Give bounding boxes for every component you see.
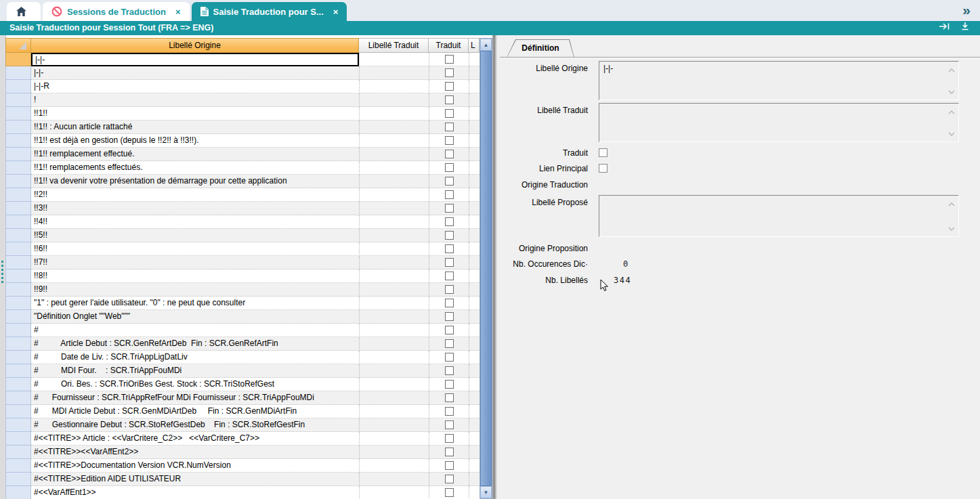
cell-traduit[interactable]	[429, 202, 469, 215]
cell-libelle-traduit[interactable]	[359, 134, 429, 148]
cell-l[interactable]	[469, 486, 480, 499]
cell-libelle-traduit[interactable]	[359, 446, 429, 459]
libelle-origine-field[interactable]: |-|-	[599, 61, 959, 100]
cell-l[interactable]	[469, 242, 480, 256]
table-row[interactable]: #<<TITRE>> Article : <<VarCritere_C2>> <…	[5, 432, 480, 446]
cell-libelle-origine[interactable]: #<<TITRE>><<VarAffEnt2>>	[31, 446, 359, 459]
table-row[interactable]: !!1!! : Aucun article rattaché	[5, 121, 480, 134]
row-header-cell[interactable]	[5, 175, 31, 188]
row-header-cell[interactable]	[5, 324, 31, 337]
cell-libelle-origine[interactable]: # Article Debut : SCR.GenRefArtDeb Fin :…	[31, 337, 359, 351]
cell-traduit[interactable]	[429, 161, 469, 175]
column-header-traduit[interactable]: Traduit	[429, 38, 469, 53]
cell-libelle-traduit[interactable]	[359, 310, 429, 324]
cell-libelle-traduit[interactable]	[359, 53, 429, 66]
cell-libelle-origine[interactable]: !!1!! est déjà en gestion (depuis le !!2…	[31, 134, 359, 148]
row-header-cell[interactable]	[5, 297, 31, 310]
row-header-cell[interactable]	[5, 93, 31, 107]
cell-traduit[interactable]	[429, 229, 469, 242]
libelle-propose-field[interactable]	[599, 195, 959, 237]
table-row[interactable]: !!1!! remplacements effectués.	[5, 161, 480, 175]
cell-libelle-origine[interactable]: "1" : peut gerer l'aide utilisateur. "0"…	[31, 297, 359, 310]
cell-traduit[interactable]	[429, 66, 469, 80]
table-row[interactable]: !!3!!	[5, 202, 480, 215]
traduit-checkbox[interactable]	[599, 148, 608, 157]
table-row[interactable]: !!2!!	[5, 188, 480, 202]
cell-libelle-traduit[interactable]	[359, 486, 429, 499]
table-row[interactable]: !!7!!	[5, 256, 480, 269]
traduit-checkbox[interactable]	[445, 204, 454, 213]
row-header-cell[interactable]	[5, 215, 31, 229]
cell-traduit[interactable]	[429, 432, 469, 446]
cell-l[interactable]	[469, 459, 480, 473]
cell-libelle-traduit[interactable]	[359, 269, 429, 283]
cell-traduit[interactable]	[429, 405, 469, 418]
scroll-down-icon[interactable]	[948, 223, 955, 233]
row-header-cell[interactable]	[5, 446, 31, 459]
row-header-cell[interactable]	[5, 134, 31, 148]
traduit-checkbox[interactable]	[445, 380, 454, 389]
cell-l[interactable]	[469, 446, 480, 459]
cell-traduit[interactable]	[429, 93, 469, 107]
cell-l[interactable]	[469, 473, 480, 486]
row-header-cell[interactable]	[5, 107, 31, 121]
table-row[interactable]: !!4!!	[5, 215, 480, 229]
cell-libelle-origine[interactable]: #<<TITRE>>Edition AIDE UTILISATEUR	[31, 473, 359, 486]
row-header-cell[interactable]	[5, 378, 31, 391]
table-row[interactable]: !!9!!	[5, 283, 480, 297]
cell-l[interactable]	[469, 269, 480, 283]
traduit-checkbox[interactable]	[445, 434, 454, 443]
row-header-cell[interactable]	[5, 53, 31, 66]
cell-traduit[interactable]	[429, 121, 469, 134]
cell-libelle-traduit[interactable]	[359, 161, 429, 175]
cell-l[interactable]	[469, 432, 480, 446]
row-header-cell[interactable]	[5, 80, 31, 93]
traduit-checkbox[interactable]	[445, 136, 454, 145]
traduit-checkbox[interactable]	[445, 68, 454, 77]
table-row[interactable]: "1" : peut gerer l'aide utilisateur. "0"…	[5, 297, 480, 310]
cell-libelle-origine[interactable]: #<<TITRE>>Documentation Version VCR.NumV…	[31, 459, 359, 473]
scroll-down-icon[interactable]	[948, 87, 955, 96]
traduit-checkbox[interactable]	[445, 55, 454, 64]
table-row[interactable]: !!8!!	[5, 269, 480, 283]
cell-libelle-traduit[interactable]	[359, 188, 429, 202]
cell-l[interactable]	[469, 107, 480, 121]
cell-libelle-traduit[interactable]	[359, 175, 429, 188]
row-header-cell[interactable]	[5, 432, 31, 446]
cell-traduit[interactable]	[429, 215, 469, 229]
cell-l[interactable]	[469, 215, 480, 229]
libelle-traduit-field[interactable]	[599, 103, 959, 142]
row-header-cell[interactable]	[5, 121, 31, 134]
row-header-cell[interactable]	[5, 418, 31, 432]
cell-libelle-origine[interactable]: !!3!!	[31, 202, 359, 215]
scroll-up-icon[interactable]	[948, 199, 955, 209]
cell-libelle-traduit[interactable]	[359, 297, 429, 310]
table-row[interactable]: #<<TITRE>>Documentation Version VCR.NumV…	[5, 459, 480, 473]
cell-libelle-traduit[interactable]	[359, 364, 429, 378]
cell-libelle-traduit[interactable]	[359, 66, 429, 80]
cell-traduit[interactable]	[429, 269, 469, 283]
traduit-checkbox[interactable]	[445, 177, 454, 186]
cell-libelle-origine[interactable]: !!4!!	[31, 215, 359, 229]
cell-libelle-traduit[interactable]	[359, 324, 429, 337]
cell-libelle-traduit[interactable]	[359, 107, 429, 121]
traduit-checkbox[interactable]	[445, 407, 454, 416]
cell-traduit[interactable]	[429, 486, 469, 499]
cell-traduit[interactable]	[429, 418, 469, 432]
row-header-cell[interactable]	[5, 473, 31, 486]
cell-traduit[interactable]	[429, 53, 469, 66]
cell-libelle-traduit[interactable]	[359, 215, 429, 229]
table-row[interactable]: !!1!! est déjà en gestion (depuis le !!2…	[5, 134, 480, 148]
table-row[interactable]: !	[5, 93, 480, 107]
table-row[interactable]: !!1!! va devenir votre présentation de d…	[5, 175, 480, 188]
cell-l[interactable]	[469, 351, 480, 364]
table-row[interactable]: "Définition Onglet ""Web"""	[5, 310, 480, 324]
cell-libelle-origine[interactable]: "Définition Onglet ""Web"""	[31, 310, 359, 324]
cell-libelle-traduit[interactable]	[359, 202, 429, 215]
traduit-checkbox[interactable]	[445, 299, 454, 307]
cell-libelle-origine[interactable]: !!1!!	[31, 107, 359, 121]
lien-principal-checkbox[interactable]	[599, 164, 608, 173]
cell-l[interactable]	[469, 297, 480, 310]
cell-l[interactable]	[469, 161, 480, 175]
cell-libelle-traduit[interactable]	[359, 229, 429, 242]
